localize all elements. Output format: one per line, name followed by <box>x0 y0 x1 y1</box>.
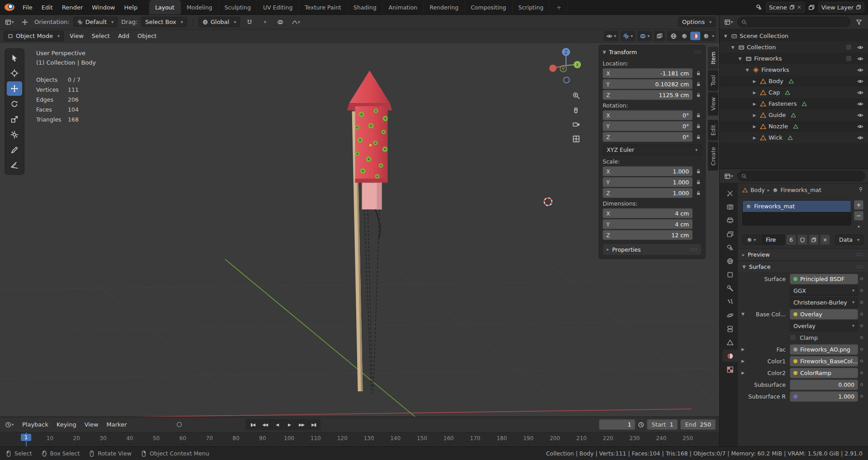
expander-icon[interactable]: ▶ <box>740 359 746 363</box>
view-layer-selector[interactable]: View Layer <box>818 2 864 13</box>
rotate-tool-button[interactable] <box>7 97 22 111</box>
workspace-tab-uv-editing[interactable]: UV Editing <box>257 0 299 14</box>
measure-tool-button[interactable] <box>7 158 22 173</box>
animate-decorator[interactable] <box>858 395 865 398</box>
sidebar-tab-view[interactable]: View <box>708 92 718 116</box>
viewport-3d[interactable]: Object Mode▾ ViewSelectAddObject ▾ ▾ ▾ <box>0 29 719 417</box>
rocket-model[interactable] <box>347 70 392 394</box>
eye-icon[interactable] <box>855 78 865 84</box>
cursor-tool-button[interactable] <box>7 66 22 80</box>
checkbox-icon[interactable] <box>844 44 854 50</box>
properties-tab-texture[interactable] <box>722 363 738 376</box>
play-reverse-button[interactable]: ◀ <box>271 420 283 429</box>
orthographic-grid-icon[interactable] <box>572 135 580 143</box>
new-material-button[interactable] <box>809 235 819 245</box>
subsurface-method-dropdown[interactable]: Christensen-Burley▾ <box>790 297 858 308</box>
timeline-menu-view[interactable]: View <box>80 419 103 430</box>
outliner-row-fireworks-2[interactable]: ▼Fireworks <box>720 53 868 64</box>
properties-subpanel-header[interactable]: ▸ Properties ∷∷ <box>603 244 702 255</box>
sidebar-tab-edit[interactable]: Edit <box>708 120 718 141</box>
topbar-menu-render[interactable]: Render <box>57 2 87 13</box>
clamp-checkbox[interactable] <box>790 334 796 341</box>
object-visibility-dropdown[interactable]: ▾ <box>604 31 618 41</box>
jump-to-end-button[interactable]: ▶▮ <box>308 420 319 429</box>
jump-to-start-button[interactable]: ▮◀ <box>247 420 258 429</box>
outliner-search[interactable] <box>737 17 850 27</box>
topbar-menu-help[interactable]: Help <box>120 2 142 13</box>
workspace-tab-shading[interactable]: Shading <box>348 0 383 14</box>
color1-node-field[interactable]: Fireworks_BaseCol... <box>790 356 858 366</box>
properties-tab-render[interactable] <box>722 201 738 213</box>
eye-icon[interactable] <box>855 123 865 130</box>
workspace-tab-sculpting[interactable]: Sculpting <box>219 0 257 14</box>
pin-icon[interactable] <box>858 187 863 192</box>
expander-icon[interactable]: ▼ <box>744 68 750 72</box>
shading-rendered-button[interactable] <box>701 32 711 40</box>
prev-keyframe-button[interactable]: ◀◀ <box>259 420 270 429</box>
drag-dropdown[interactable]: Select Box▾ <box>141 17 187 27</box>
outliner-row-fasteners-6[interactable]: ▶Fasteners <box>720 98 868 109</box>
snap-toggle[interactable] <box>244 17 255 28</box>
outliner-row-collection-1[interactable]: ▼Collection <box>720 42 868 53</box>
lock-icon[interactable] <box>695 70 702 76</box>
expander-icon[interactable]: ▶ <box>740 347 746 352</box>
gizmo-z-neg-axis[interactable] <box>564 77 570 83</box>
add-slot-button[interactable]: + <box>854 200 863 210</box>
current-frame-marker[interactable]: 1 <box>21 434 32 441</box>
outliner-search-input[interactable] <box>750 19 846 25</box>
material-slot-empty[interactable] <box>743 212 851 223</box>
properties-tab-view-layer[interactable] <box>722 228 738 240</box>
scale-x-field[interactable]: X1.000 <box>603 166 693 176</box>
scale-tool-button[interactable] <box>7 112 22 127</box>
outliner-editor-type-button[interactable]: ▾ <box>723 17 735 28</box>
overlays-dropdown[interactable]: ▾ <box>637 31 652 41</box>
animate-decorator[interactable] <box>858 277 865 280</box>
animate-decorator[interactable] <box>858 383 865 386</box>
properties-tab-output[interactable] <box>722 214 738 226</box>
viewport-menu-view[interactable]: View <box>66 31 88 41</box>
shading-settings-dropdown[interactable]: ▾ <box>712 34 714 38</box>
properties-tab-tool[interactable] <box>722 187 738 199</box>
expander-icon[interactable]: ▶ <box>751 90 758 95</box>
material-name-field[interactable]: Fire <box>762 235 785 245</box>
distribution-dropdown[interactable]: GGX▾ <box>790 286 858 296</box>
timeline-editor-type-button[interactable]: ▾ <box>4 419 15 430</box>
properties-tab-particles[interactable] <box>722 296 738 308</box>
expander-icon[interactable]: ▼ <box>722 34 729 38</box>
scale-y-field[interactable]: Y1.000 <box>603 177 693 187</box>
eye-icon[interactable] <box>855 89 865 96</box>
sidebar-tab-tool[interactable]: Tool <box>708 70 718 91</box>
unlink-material-button[interactable]: × <box>820 235 830 245</box>
topbar-menu-file[interactable]: File <box>18 2 37 13</box>
expander-icon[interactable]: ▶ <box>751 124 758 129</box>
animate-decorator[interactable] <box>858 360 865 362</box>
transform-pivot-dropdown[interactable]: Global▾ <box>198 17 241 27</box>
outliner-row-cap-5[interactable]: ▶Cap <box>720 87 868 98</box>
expander-icon[interactable]: ▶ <box>751 113 758 117</box>
current-frame-field[interactable]: 1 <box>599 419 635 430</box>
sidebar-tab-item[interactable]: Item <box>708 47 718 69</box>
timeline-ruler[interactable]: 1 10203040506070809010011012013014015016… <box>0 432 719 446</box>
sidebar-tab-create[interactable]: Create <box>708 142 718 171</box>
navigation-gizmo[interactable]: Z Y X <box>548 46 584 84</box>
panel-grip[interactable]: ∷∷ <box>694 49 702 55</box>
unlink-scene-icon[interactable]: × <box>797 4 802 10</box>
play-button[interactable]: ▶ <box>283 420 295 429</box>
new-view-layer-icon[interactable] <box>856 5 861 10</box>
properties-tab-object[interactable] <box>722 268 738 281</box>
mode-dropdown[interactable]: Object Mode▾ <box>4 31 64 41</box>
new-scene-icon[interactable] <box>789 5 795 10</box>
outliner-row-body-4[interactable]: ▶Body <box>720 75 868 87</box>
breadcrumb-material[interactable]: Fireworks_mat <box>781 187 821 193</box>
blender-logo-icon[interactable] <box>5 4 14 11</box>
eye-icon[interactable] <box>855 112 865 118</box>
properties-tab-physics[interactable] <box>722 309 738 321</box>
expander-icon[interactable]: ▼ <box>740 312 746 316</box>
lock-icon[interactable] <box>695 134 702 140</box>
annotate-tool-button[interactable] <box>7 143 22 157</box>
lock-icon[interactable] <box>695 190 702 196</box>
proportional-falloff-dropdown[interactable]: ▾ <box>290 17 302 28</box>
workspace-tab-texture-paint[interactable]: Texture Paint <box>299 0 348 14</box>
location-z-field[interactable]: Z1125.9 cm <box>603 90 693 100</box>
outliner-row-fireworks-3[interactable]: ▼Fireworks <box>720 64 868 75</box>
